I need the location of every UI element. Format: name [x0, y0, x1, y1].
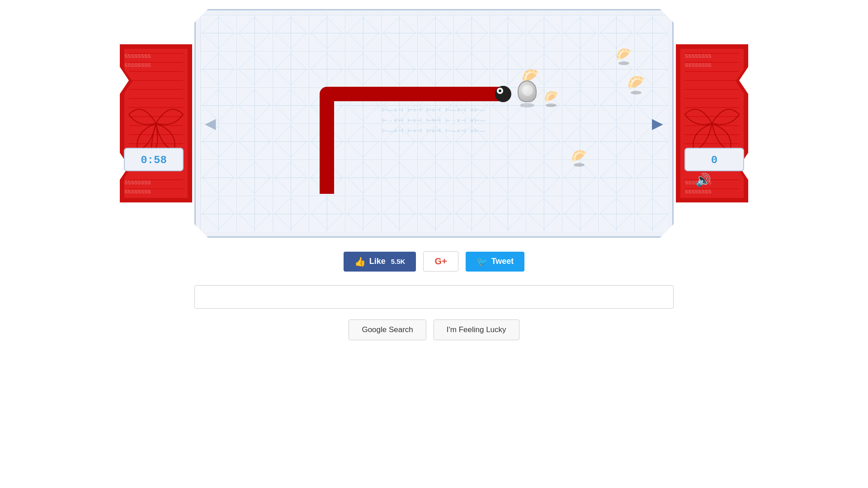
- google-search-button[interactable]: Google Search: [349, 319, 426, 340]
- social-buttons-bar: 👍 Like 5.5K G+ 🐦 Tweet: [344, 251, 525, 272]
- nav-arrow-right-icon[interactable]: ▶: [652, 115, 663, 132]
- svg-text:SSSSSSSS: SSSSSSSS: [685, 53, 712, 59]
- snake: [300, 60, 526, 196]
- like-count: 5.5K: [391, 258, 406, 265]
- feeling-lucky-label: I'm Feeling Lucky: [447, 325, 506, 334]
- game-board[interactable]: ⊢→×⊣ ⊢×⊣ ⊢×⊣ ⊢→×⊣ ×⊢— ⊢—×⊣ ⊢×⊣ ⊢×⊣ ⊢—×⊣ …: [194, 9, 674, 238]
- svg-point-53: [495, 86, 511, 102]
- thumbs-up-icon: 👍: [354, 256, 366, 267]
- svg-point-55: [499, 89, 501, 92]
- food-dumpling-1: 🥟: [544, 89, 558, 107]
- right-decoration: SSSSSSSS SSSSSSSS SSSSSSSS SSSSSSSS 0 🔊: [676, 44, 753, 202]
- twitter-icon: 🐦: [476, 256, 488, 267]
- svg-text:SSSSSSSS: SSSSSSSS: [124, 189, 151, 194]
- svg-text:SSSSSSSS: SSSSSSSS: [685, 62, 712, 68]
- food-dumpling-4: 🥟: [571, 148, 587, 167]
- search-container: [194, 285, 674, 309]
- search-input[interactable]: [194, 285, 674, 309]
- google-plus-button[interactable]: G+: [423, 251, 458, 272]
- tweet-label: Tweet: [491, 257, 514, 266]
- svg-text:🔊: 🔊: [695, 173, 711, 188]
- food-dumpling-2: 🥟: [616, 47, 632, 65]
- like-label: Like: [369, 257, 386, 266]
- left-decoration: SSSSSSSS SSSSSSSS SSSSSSSS SSSSSSSS 0:58: [115, 44, 192, 202]
- tweet-button[interactable]: 🐦 Tweet: [466, 252, 525, 272]
- food-dumpling-3: 🥟: [627, 74, 645, 94]
- doodle-section: SSSSSSSS SSSSSSSS SSSSSSSS SSSSSSSS 0:58: [194, 9, 674, 238]
- svg-text:SSSSSSSS: SSSSSSSS: [124, 53, 151, 59]
- search-buttons: Google Search I'm Feeling Lucky: [349, 319, 519, 340]
- gplus-label: G+: [434, 256, 447, 266]
- google-search-label: Google Search: [362, 325, 413, 334]
- svg-text:0:58: 0:58: [141, 154, 167, 166]
- svg-text:SSSSSSSS: SSSSSSSS: [124, 180, 151, 185]
- like-button[interactable]: 👍 Like 5.5K: [344, 252, 416, 272]
- game-area: ⊢→×⊣ ⊢×⊣ ⊢×⊣ ⊢→×⊣ ×⊢— ⊢—×⊣ ⊢×⊣ ⊢×⊣ ⊢—×⊣ …: [200, 15, 668, 232]
- food-basket: [518, 80, 537, 108]
- svg-text:0: 0: [711, 154, 717, 166]
- feeling-lucky-button[interactable]: I'm Feeling Lucky: [434, 319, 519, 340]
- svg-text:SSSSSSSS: SSSSSSSS: [685, 189, 712, 194]
- svg-text:SSSSSSSS: SSSSSSSS: [124, 62, 151, 68]
- nav-arrow-left-icon[interactable]: ◀: [205, 115, 216, 132]
